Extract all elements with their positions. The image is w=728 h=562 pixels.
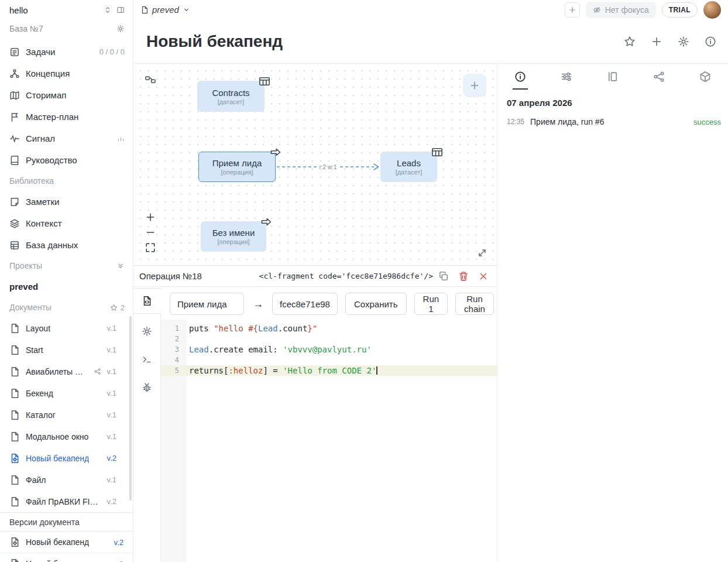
sidebar-document-item[interactable]: Бекенд v.1	[0, 382, 133, 404]
tab-package[interactable]	[691, 64, 719, 90]
sidebar-nav-item[interactable]: Руководство	[0, 149, 133, 171]
sidebar-document-item[interactable]: Start v.1	[0, 339, 133, 361]
node-leads[interactable]: Leads [датасет]	[380, 152, 437, 182]
zoom-out-button[interactable]	[145, 227, 156, 238]
code-line[interactable]: 2	[161, 334, 497, 344]
dataset-table-icon	[431, 146, 443, 158]
sidebar-document-item[interactable]: Layout v.1	[0, 317, 133, 339]
sidebar-project-item[interactable]: preved	[0, 276, 133, 297]
copy-button[interactable]	[438, 271, 449, 282]
debug-tab-button[interactable]	[136, 377, 157, 398]
code-tab-button[interactable]	[133, 288, 161, 314]
flow-mode-button[interactable]	[145, 74, 156, 85]
sidebar-nav-item[interactable]: Сторимап	[0, 84, 133, 106]
sidebar-document-item[interactable]: Файл v.1	[0, 469, 133, 491]
gear-icon	[142, 326, 152, 337]
console-tab-button[interactable]	[136, 349, 157, 370]
topbar-add-button[interactable]	[565, 2, 580, 18]
text-cursor	[376, 366, 377, 375]
code-line[interactable]: 5 returns[:helloz] = 'Hello from CODE 2'	[161, 365, 497, 376]
code-editor[interactable]: 1 puts "hello #{Lead.count}" 2 3 Lead.cr…	[161, 320, 497, 562]
sidebar-document-item[interactable]: Новый бекапенд v.2	[0, 447, 133, 469]
add-button[interactable]	[651, 36, 662, 47]
gear-icon	[678, 36, 689, 47]
line-number: 3	[161, 344, 187, 355]
fragment-code: <cl-fragment code='fcec8e71e986dcfe'/>	[259, 272, 433, 280]
sidebar-nav-item[interactable]: Заметки	[0, 191, 133, 213]
sidebar-nav-item[interactable]: Задачи 0 / 0 / 0	[0, 41, 133, 63]
title-row: Новый бекапенд	[133, 19, 728, 63]
gear-icon[interactable]	[116, 25, 125, 33]
node-priem-lida[interactable]: Прием лида [операция]	[198, 152, 276, 182]
section-versions-label: Версии документа	[9, 518, 80, 527]
line-number: 1	[161, 323, 187, 334]
code-line[interactable]: 1 puts "hello #{Lead.count}"	[161, 323, 497, 334]
star-icon	[624, 36, 636, 47]
close-panel-button[interactable]	[478, 271, 489, 282]
node-contracts[interactable]: Contracts [датасет]	[197, 81, 265, 112]
tab-settings[interactable]	[552, 64, 581, 90]
code-line[interactable]: 3 Lead.create email: 'vbvvv@pavlyut.ru'	[161, 344, 497, 355]
expand-canvas-button[interactable]	[477, 248, 487, 258]
settings-tab-button[interactable]	[136, 321, 157, 342]
sidebar-document-item[interactable]: Модальное окно v.1	[0, 426, 133, 447]
versions-block: Версии документа Новый бекапенд v.2 Новы…	[0, 512, 133, 562]
chevrons-down-icon[interactable]	[116, 262, 125, 270]
line-number: 2	[161, 334, 187, 344]
save-button[interactable]: Сохранить	[345, 293, 407, 315]
focus-button[interactable]: Нет фокуса	[586, 2, 656, 18]
file-icon	[9, 475, 20, 485]
settings-button[interactable]	[678, 36, 689, 47]
arrow-right-icon: →	[252, 298, 265, 310]
sidebar-document-item[interactable]: Файл ПрАВКИ FINAL!!! v.2	[0, 491, 133, 512]
base-row[interactable]: База №7	[0, 20, 133, 37]
operation-header: Операция №18 <cl-fragment code='fcec8e71…	[133, 266, 497, 287]
storymap-icon	[9, 90, 20, 101]
file-icon	[9, 388, 20, 399]
run-chain-button[interactable]: Run chain	[455, 293, 494, 315]
nav-item-label: Мастер-план	[26, 112, 78, 122]
tab-graph[interactable]	[645, 64, 673, 90]
fullscreen-icon	[145, 242, 156, 253]
zoom-in-button[interactable]	[145, 211, 156, 223]
sidebar-document-item[interactable]: Авиабилеты дешев v.1	[0, 361, 133, 382]
favorite-button[interactable]	[624, 36, 636, 47]
section-versions: Версии документа	[0, 513, 133, 532]
run-entry: 12:35 Прием лида, run #6 success	[507, 117, 721, 126]
sidebar-nav-item[interactable]: Концепция	[0, 63, 133, 84]
tab-info[interactable]	[506, 64, 534, 90]
delete-button[interactable]	[458, 271, 469, 282]
operation-name-input[interactable]	[170, 293, 244, 315]
nav-item-label: Задачи	[26, 47, 55, 57]
right-panel-tabs	[497, 64, 728, 90]
info-icon	[514, 71, 526, 83]
document-version-item[interactable]: Новый бекапенд v.2	[0, 532, 133, 553]
sidebar-document-item[interactable]: Каталог v.1	[0, 404, 133, 426]
info-button[interactable]	[705, 36, 716, 47]
document-version: v.1	[107, 345, 116, 354]
run-label[interactable]: Прием лида, run #6	[530, 117, 688, 126]
sidebar-nav-item[interactable]: База данных	[0, 234, 133, 256]
fit-view-button[interactable]	[145, 242, 156, 253]
document-version-item[interactable]: Новый бекапенд v.1	[0, 553, 133, 562]
tab-layout[interactable]	[599, 64, 627, 90]
sparkline-icon	[117, 135, 125, 142]
code-line[interactable]: 4	[161, 355, 497, 365]
chevrons-up-down-icon[interactable]	[104, 6, 112, 14]
operation-panel: Операция №18 <cl-fragment code='fcec8e71…	[133, 265, 497, 562]
node-bez-imeni[interactable]: Без имени [операция]	[201, 221, 266, 252]
project-selector[interactable]: preved	[140, 5, 190, 15]
section-projects[interactable]: Проекты	[0, 256, 133, 276]
workspace-switcher[interactable]: hello	[0, 0, 133, 20]
run1-button[interactable]: Run 1	[414, 293, 448, 315]
sidebar-nav-item[interactable]: Контекст	[0, 213, 133, 234]
operation-code-input[interactable]	[272, 293, 338, 315]
canvas-add-node-button[interactable]	[463, 74, 486, 97]
sidebar-scrollbar[interactable]	[129, 316, 132, 501]
sidebar-nav-item[interactable]: Сигнал	[0, 128, 133, 149]
sidebar-nav-item[interactable]: Мастер-план	[0, 106, 133, 128]
avatar[interactable]	[703, 1, 721, 19]
sidebar-toggle-icon[interactable]	[116, 6, 125, 14]
workflow-canvas[interactable]: Contracts [датасет] Прием лида [операция…	[133, 64, 497, 265]
code-text: Lead.create email: 'vbvvv@pavlyut.ru'	[187, 344, 497, 355]
